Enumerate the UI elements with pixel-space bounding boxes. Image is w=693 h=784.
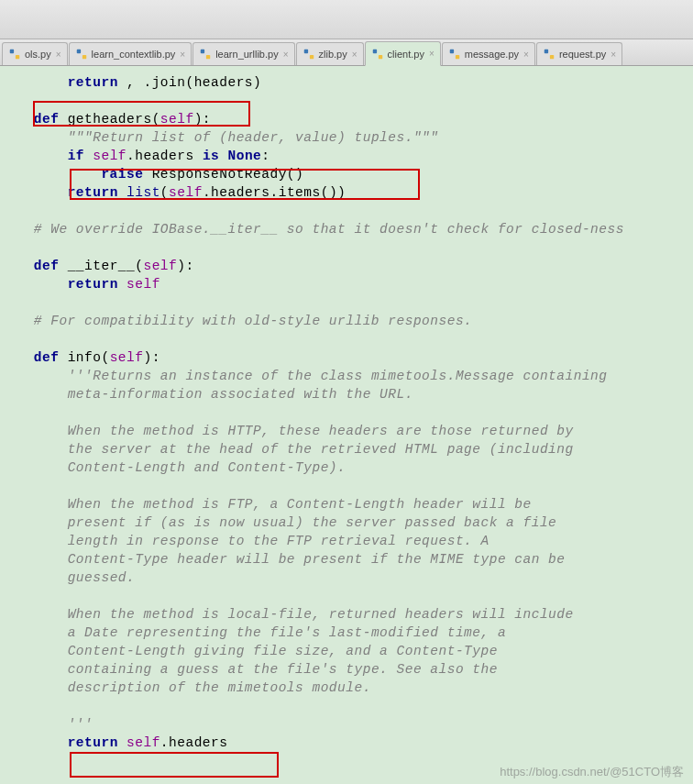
svg-rect-0 (10, 50, 14, 53)
close-icon[interactable]: × (352, 50, 358, 60)
svg-rect-7 (309, 55, 313, 59)
python-file-icon (199, 48, 212, 61)
close-icon[interactable]: × (283, 50, 289, 60)
svg-rect-5 (206, 55, 210, 59)
tab-label: ols.py (25, 49, 51, 60)
svg-rect-4 (201, 50, 204, 53)
python-file-icon (448, 48, 461, 61)
python-file-icon (302, 48, 315, 61)
svg-rect-9 (378, 54, 381, 58)
close-icon[interactable]: × (610, 50, 616, 60)
svg-rect-8 (372, 49, 376, 52)
tab-request[interactable]: request.py × (536, 42, 622, 65)
tab-ols[interactable]: ols.py × (2, 42, 68, 65)
tab-learn-urllib[interactable]: learn_urllib.py × (192, 42, 294, 65)
svg-rect-13 (550, 55, 554, 59)
tab-zlib[interactable]: zlib.py × (296, 42, 364, 65)
tab-label: learn_urllib.py (215, 49, 278, 60)
close-icon[interactable]: × (429, 49, 434, 59)
code-content[interactable]: return , .join(headers) def getheaders(s… (0, 66, 693, 752)
watermark-text: https://blog.csdn.net/@51CTO博客 (500, 764, 684, 780)
tab-label: request.py (559, 49, 606, 60)
tab-client[interactable]: client.py × (365, 41, 441, 66)
tab-label: zlib.py (319, 49, 347, 60)
toolbar-background (0, 0, 693, 39)
tab-label: learn_contextlib.py (92, 49, 176, 60)
close-icon[interactable]: × (56, 50, 61, 60)
svg-rect-3 (82, 55, 85, 59)
tab-label: client.py (388, 49, 424, 60)
svg-rect-2 (76, 50, 80, 53)
svg-rect-6 (303, 50, 307, 53)
tab-learn-contextlib[interactable]: learn_contextlib.py × (69, 42, 192, 65)
python-file-icon (543, 48, 556, 61)
close-icon[interactable]: × (523, 50, 529, 60)
svg-rect-1 (16, 55, 19, 59)
svg-rect-12 (544, 50, 548, 53)
tab-message[interactable]: message.py × (442, 42, 535, 65)
tab-label: message.py (465, 49, 519, 60)
python-file-icon (75, 48, 88, 61)
highlight-box-3 (70, 752, 279, 778)
code-editor[interactable]: return , .join(headers) def getheaders(s… (0, 66, 693, 784)
editor-tab-bar: ols.py × learn_contextlib.py × learn_url… (0, 39, 693, 66)
close-icon[interactable]: × (180, 50, 185, 60)
svg-rect-10 (449, 50, 453, 53)
python-file-icon (8, 48, 21, 61)
python-file-icon (371, 48, 384, 61)
svg-rect-11 (456, 55, 459, 59)
